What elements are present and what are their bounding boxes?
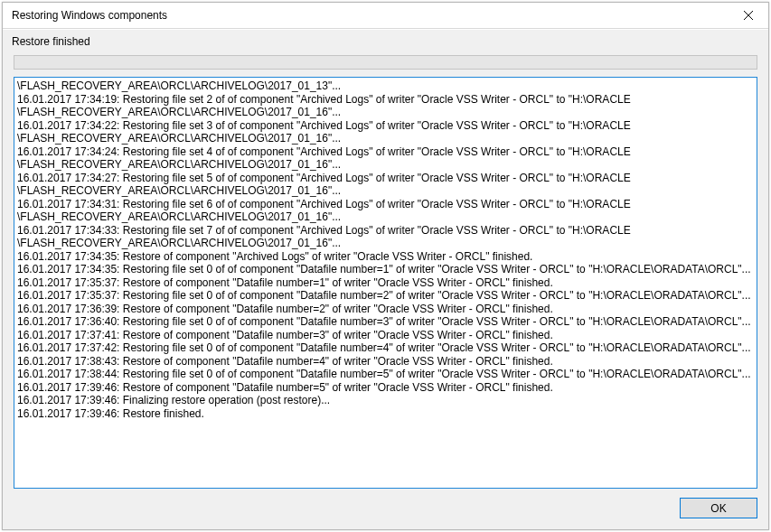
title-bar: Restoring Windows components xyxy=(3,3,768,29)
log-line: 16.01.2017 17:34:35: Restore of componen… xyxy=(17,250,756,264)
log-line: 16.01.2017 17:34:22: Restoring file set … xyxy=(17,119,756,133)
log-line: 16.01.2017 17:34:33: Restoring file set … xyxy=(17,224,756,238)
log-line: 16.01.2017 17:34:27: Restoring file set … xyxy=(17,172,756,185)
progress-bar xyxy=(14,55,757,70)
log-line: 16.01.2017 17:36:39: Restore of componen… xyxy=(17,303,756,316)
log-line: \FLASH_RECOVERY_AREA\ORCL\ARCHIVELOG\201… xyxy=(17,132,756,145)
log-output[interactable]: \FLASH_RECOVERY_AREA\ORCL\ARCHIVELOG\201… xyxy=(14,77,757,489)
log-line: 16.01.2017 17:38:44: Restoring file set … xyxy=(17,368,756,381)
log-line: 16.01.2017 17:36:40: Restoring file set … xyxy=(17,315,756,329)
log-line: \FLASH_RECOVERY_AREA\ORCL\ARCHIVELOG\201… xyxy=(17,106,756,119)
log-line: \FLASH_RECOVERY_AREA\ORCL\ARCHIVELOG\201… xyxy=(17,158,756,172)
log-line: 16.01.2017 17:34:24: Restoring file set … xyxy=(17,145,756,159)
log-wrap: \FLASH_RECOVERY_AREA\ORCL\ARCHIVELOG\201… xyxy=(14,77,757,489)
log-line: 16.01.2017 17:39:46: Finalizing restore … xyxy=(17,394,756,407)
log-line: 16.01.2017 17:37:41: Restore of componen… xyxy=(17,329,756,342)
dialog-window: Restoring Windows components Restore fin… xyxy=(2,2,769,530)
ok-button[interactable]: OK xyxy=(680,498,757,518)
log-line: 16.01.2017 17:34:19: Restoring file set … xyxy=(17,93,756,107)
log-line: \FLASH_RECOVERY_AREA\ORCL\ARCHIVELOG\201… xyxy=(17,184,756,198)
log-line: 16.01.2017 17:35:37: Restore of componen… xyxy=(17,276,756,290)
log-line: \FLASH_RECOVERY_AREA\ORCL\ARCHIVELOG\201… xyxy=(17,79,756,93)
client-area: Restore finished \FLASH_RECOVERY_AREA\OR… xyxy=(3,29,768,529)
status-label: Restore finished xyxy=(3,30,768,55)
button-row: OK xyxy=(3,494,768,529)
log-line: \FLASH_RECOVERY_AREA\ORCL\ARCHIVELOG\201… xyxy=(17,237,756,250)
log-line: 16.01.2017 17:37:42: Restoring file set … xyxy=(17,341,756,355)
close-button[interactable] xyxy=(730,4,766,27)
log-line: \FLASH_RECOVERY_AREA\ORCL\ARCHIVELOG\201… xyxy=(17,210,756,224)
log-line: 16.01.2017 17:34:35: Restoring file set … xyxy=(17,263,756,276)
log-line: 16.01.2017 17:39:46: Restore finished. xyxy=(17,407,756,421)
window-title: Restoring Windows components xyxy=(12,9,167,22)
log-line: 16.01.2017 17:34:31: Restoring file set … xyxy=(17,198,756,211)
progress-wrap xyxy=(3,55,768,75)
log-line: 16.01.2017 17:35:37: Restoring file set … xyxy=(17,289,756,303)
log-line: 16.01.2017 17:38:43: Restore of componen… xyxy=(17,355,756,369)
log-line: 16.01.2017 17:39:46: Restore of componen… xyxy=(17,381,756,395)
close-icon xyxy=(744,11,753,20)
